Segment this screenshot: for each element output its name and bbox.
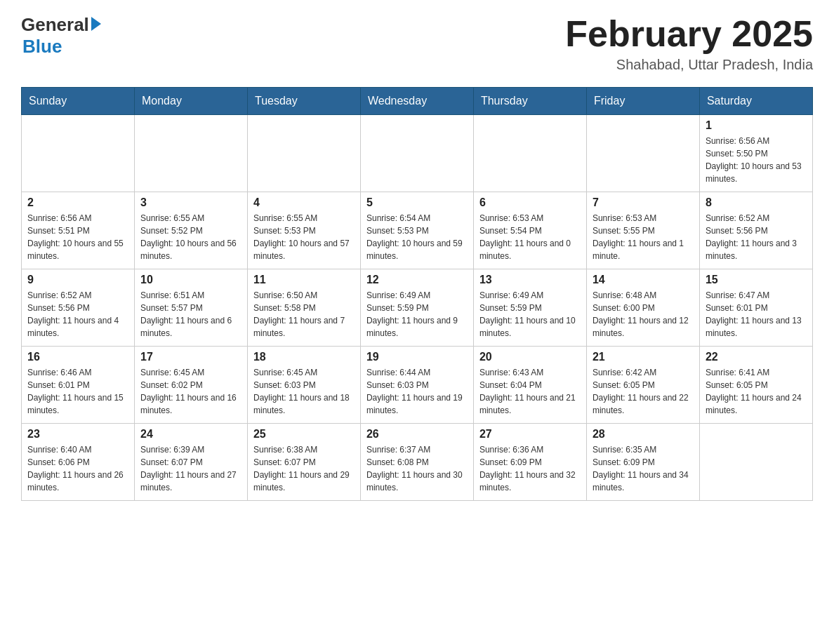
- calendar-cell: 7Sunrise: 6:53 AMSunset: 5:55 PMDaylight…: [586, 192, 699, 269]
- day-info: Sunrise: 6:56 AMSunset: 5:51 PMDaylight:…: [27, 212, 128, 262]
- calendar-cell: 28Sunrise: 6:35 AMSunset: 6:09 PMDayligh…: [586, 424, 699, 501]
- calendar-week-row-5: 23Sunrise: 6:40 AMSunset: 6:06 PMDayligh…: [22, 424, 813, 501]
- calendar-week-row-3: 9Sunrise: 6:52 AMSunset: 5:56 PMDaylight…: [22, 269, 813, 347]
- day-number: 13: [479, 274, 581, 286]
- day-info: Sunrise: 6:40 AMSunset: 6:06 PMDaylight:…: [27, 443, 128, 494]
- day-info: Sunrise: 6:36 AMSunset: 6:09 PMDaylight:…: [479, 443, 581, 494]
- logo-arrow-icon: [91, 17, 101, 31]
- weekday-header-sunday: Sunday: [22, 88, 135, 115]
- weekday-header-thursday: Thursday: [473, 88, 586, 115]
- day-number: 5: [366, 196, 468, 209]
- day-number: 12: [366, 274, 468, 286]
- day-number: 18: [253, 351, 355, 363]
- day-info: Sunrise: 6:35 AMSunset: 6:09 PMDaylight:…: [593, 443, 694, 494]
- calendar-cell: [360, 115, 473, 192]
- calendar-cell: [134, 115, 247, 192]
- calendar-cell: 26Sunrise: 6:37 AMSunset: 6:08 PMDayligh…: [360, 424, 473, 501]
- weekday-header-friday: Friday: [586, 88, 699, 115]
- logo-blue-text: Blue: [22, 36, 62, 57]
- day-info: Sunrise: 6:45 AMSunset: 6:03 PMDaylight:…: [253, 366, 355, 417]
- calendar-week-row-1: 1Sunrise: 6:56 AMSunset: 5:50 PMDaylight…: [22, 115, 813, 192]
- day-number: 6: [479, 196, 581, 209]
- weekday-header-saturday: Saturday: [699, 88, 812, 115]
- day-number: 2: [27, 196, 128, 209]
- day-info: Sunrise: 6:53 AMSunset: 5:54 PMDaylight:…: [479, 212, 581, 262]
- day-number: 15: [706, 274, 807, 286]
- calendar-cell: [247, 115, 360, 192]
- calendar-cell: 10Sunrise: 6:51 AMSunset: 5:57 PMDayligh…: [134, 269, 247, 347]
- day-info: Sunrise: 6:49 AMSunset: 5:59 PMDaylight:…: [479, 289, 581, 340]
- day-number: 3: [140, 196, 241, 209]
- day-number: 20: [479, 351, 581, 363]
- weekday-header-monday: Monday: [134, 88, 247, 115]
- day-info: Sunrise: 6:48 AMSunset: 6:00 PMDaylight:…: [593, 289, 694, 340]
- calendar-title: February 2025: [565, 14, 813, 54]
- day-info: Sunrise: 6:55 AMSunset: 5:52 PMDaylight:…: [140, 212, 241, 262]
- day-number: 19: [366, 351, 468, 363]
- calendar-cell: 2Sunrise: 6:56 AMSunset: 5:51 PMDaylight…: [22, 192, 135, 269]
- calendar-cell: 27Sunrise: 6:36 AMSunset: 6:09 PMDayligh…: [473, 424, 586, 501]
- calendar-cell: 23Sunrise: 6:40 AMSunset: 6:06 PMDayligh…: [22, 424, 135, 501]
- day-info: Sunrise: 6:45 AMSunset: 6:02 PMDaylight:…: [140, 366, 241, 417]
- day-number: 22: [706, 351, 807, 363]
- logo: General Blue: [21, 14, 101, 58]
- calendar-cell: 16Sunrise: 6:46 AMSunset: 6:01 PMDayligh…: [22, 347, 135, 424]
- day-number: 14: [593, 274, 694, 286]
- day-number: 26: [366, 428, 468, 441]
- calendar-cell: 13Sunrise: 6:49 AMSunset: 5:59 PMDayligh…: [473, 269, 586, 347]
- day-number: 10: [140, 274, 241, 286]
- day-info: Sunrise: 6:47 AMSunset: 6:01 PMDaylight:…: [706, 289, 807, 340]
- day-number: 21: [593, 351, 694, 363]
- day-number: 1: [706, 119, 807, 132]
- day-info: Sunrise: 6:46 AMSunset: 6:01 PMDaylight:…: [27, 366, 128, 417]
- calendar-cell: 11Sunrise: 6:50 AMSunset: 5:58 PMDayligh…: [247, 269, 360, 347]
- day-info: Sunrise: 6:37 AMSunset: 6:08 PMDaylight:…: [366, 443, 468, 494]
- calendar-cell: 3Sunrise: 6:55 AMSunset: 5:52 PMDaylight…: [134, 192, 247, 269]
- calendar-subtitle: Shahabad, Uttar Pradesh, India: [565, 57, 813, 73]
- day-info: Sunrise: 6:43 AMSunset: 6:04 PMDaylight:…: [479, 366, 581, 417]
- calendar-cell: [473, 115, 586, 192]
- calendar-cell: 15Sunrise: 6:47 AMSunset: 6:01 PMDayligh…: [699, 269, 812, 347]
- calendar-cell: 21Sunrise: 6:42 AMSunset: 6:05 PMDayligh…: [586, 347, 699, 424]
- calendar-table: SundayMondayTuesdayWednesdayThursdayFrid…: [21, 87, 813, 501]
- day-number: 17: [140, 351, 241, 363]
- day-info: Sunrise: 6:52 AMSunset: 5:56 PMDaylight:…: [27, 289, 128, 340]
- day-number: 25: [253, 428, 355, 441]
- day-info: Sunrise: 6:50 AMSunset: 5:58 PMDaylight:…: [253, 289, 355, 340]
- day-number: 11: [253, 274, 355, 286]
- calendar-cell: [22, 115, 135, 192]
- day-info: Sunrise: 6:56 AMSunset: 5:50 PMDaylight:…: [706, 135, 807, 185]
- day-info: Sunrise: 6:51 AMSunset: 5:57 PMDaylight:…: [140, 289, 241, 340]
- calendar-week-row-4: 16Sunrise: 6:46 AMSunset: 6:01 PMDayligh…: [22, 347, 813, 424]
- day-number: 16: [27, 351, 128, 363]
- calendar-cell: 18Sunrise: 6:45 AMSunset: 6:03 PMDayligh…: [247, 347, 360, 424]
- weekday-header-tuesday: Tuesday: [247, 88, 360, 115]
- calendar-cell: 25Sunrise: 6:38 AMSunset: 6:07 PMDayligh…: [247, 424, 360, 501]
- calendar-cell: 5Sunrise: 6:54 AMSunset: 5:53 PMDaylight…: [360, 192, 473, 269]
- day-info: Sunrise: 6:42 AMSunset: 6:05 PMDaylight:…: [593, 366, 694, 417]
- day-number: 7: [593, 196, 694, 209]
- calendar-cell: 6Sunrise: 6:53 AMSunset: 5:54 PMDaylight…: [473, 192, 586, 269]
- calendar-cell: 19Sunrise: 6:44 AMSunset: 6:03 PMDayligh…: [360, 347, 473, 424]
- calendar-cell: 1Sunrise: 6:56 AMSunset: 5:50 PMDaylight…: [699, 115, 812, 192]
- calendar-week-row-2: 2Sunrise: 6:56 AMSunset: 5:51 PMDaylight…: [22, 192, 813, 269]
- day-number: 9: [27, 274, 128, 286]
- calendar-cell: 4Sunrise: 6:55 AMSunset: 5:53 PMDaylight…: [247, 192, 360, 269]
- day-info: Sunrise: 6:39 AMSunset: 6:07 PMDaylight:…: [140, 443, 241, 494]
- calendar-cell: 8Sunrise: 6:52 AMSunset: 5:56 PMDaylight…: [699, 192, 812, 269]
- day-info: Sunrise: 6:49 AMSunset: 5:59 PMDaylight:…: [366, 289, 468, 340]
- calendar-cell: 12Sunrise: 6:49 AMSunset: 5:59 PMDayligh…: [360, 269, 473, 347]
- day-info: Sunrise: 6:38 AMSunset: 6:07 PMDaylight:…: [253, 443, 355, 494]
- calendar-cell: [699, 424, 812, 501]
- logo-general-text: General: [21, 14, 89, 36]
- day-number: 8: [706, 196, 807, 209]
- day-number: 28: [593, 428, 694, 441]
- weekday-header-row: SundayMondayTuesdayWednesdayThursdayFrid…: [22, 88, 813, 115]
- day-number: 4: [253, 196, 355, 209]
- day-number: 27: [479, 428, 581, 441]
- calendar-cell: 22Sunrise: 6:41 AMSunset: 6:05 PMDayligh…: [699, 347, 812, 424]
- title-area: February 2025 Shahabad, Uttar Pradesh, I…: [565, 14, 813, 73]
- day-info: Sunrise: 6:54 AMSunset: 5:53 PMDaylight:…: [366, 212, 468, 262]
- calendar-cell: 24Sunrise: 6:39 AMSunset: 6:07 PMDayligh…: [134, 424, 247, 501]
- day-info: Sunrise: 6:53 AMSunset: 5:55 PMDaylight:…: [593, 212, 694, 262]
